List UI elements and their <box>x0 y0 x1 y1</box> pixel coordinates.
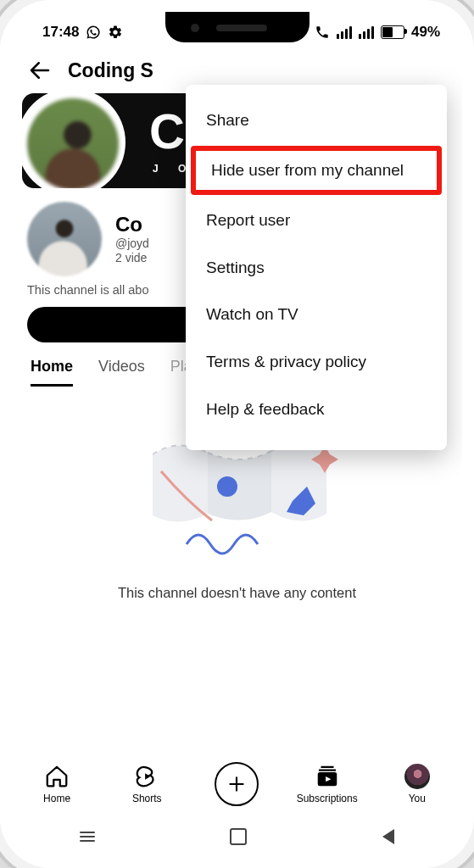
nav-shorts[interactable]: Shorts <box>110 764 183 804</box>
nav-create[interactable] <box>200 762 273 806</box>
phone-status-icon <box>315 25 330 40</box>
recents-button[interactable] <box>80 832 95 842</box>
status-clock: 17:48 <box>42 24 79 41</box>
settings-status-icon <box>108 25 123 40</box>
channel-name: Co <box>115 213 149 236</box>
battery-percent: 49% <box>411 24 440 41</box>
signal-bars-icon-2 <box>359 26 374 39</box>
screen: 17:48 49% Coding S C J O <box>12 12 462 856</box>
nav-you[interactable]: You <box>381 764 454 804</box>
menu-watch-on-tv[interactable]: Watch on TV <box>186 291 447 338</box>
nav-home[interactable]: Home <box>20 764 93 804</box>
system-nav-bar <box>12 817 462 856</box>
plus-icon <box>226 773 248 795</box>
empty-state-text: This channel doesn't have any content <box>29 585 445 601</box>
channel-video-count: 2 vide <box>115 251 149 266</box>
subscriptions-icon <box>315 764 340 789</box>
banner-big-text: C <box>149 107 188 156</box>
nav-home-label: Home <box>43 793 70 804</box>
nav-subscriptions-label: Subscriptions <box>297 793 358 804</box>
channel-avatar[interactable] <box>27 202 102 276</box>
page-title: Coding S <box>68 59 153 82</box>
bottom-nav: Home Shorts Subscriptions You <box>12 751 462 817</box>
overflow-menu: Share Hide user from my channel Report u… <box>186 85 447 450</box>
nav-shorts-label: Shorts <box>132 793 162 804</box>
nav-you-label: You <box>409 793 426 804</box>
menu-help-feedback[interactable]: Help & feedback <box>186 386 447 433</box>
menu-report-user[interactable]: Report user <box>186 197 447 244</box>
menu-hide-user[interactable]: Hide user from my channel <box>191 146 442 195</box>
nav-subscriptions[interactable]: Subscriptions <box>291 764 364 804</box>
battery-icon <box>381 25 404 39</box>
channel-handle: @joyd <box>115 236 149 252</box>
app-header: Coding S <box>12 53 462 86</box>
signal-bars-icon <box>337 26 352 39</box>
tab-home[interactable]: Home <box>31 358 73 387</box>
svg-point-0 <box>217 476 237 497</box>
banner-avatar <box>27 98 119 188</box>
menu-terms-privacy[interactable]: Terms & privacy policy <box>186 338 447 386</box>
you-avatar-icon <box>404 764 430 789</box>
home-button[interactable] <box>230 828 247 845</box>
menu-share[interactable]: Share <box>186 97 447 144</box>
tab-videos[interactable]: Videos <box>98 358 145 387</box>
back-arrow-icon[interactable] <box>27 58 53 83</box>
display-notch <box>165 12 309 42</box>
menu-settings[interactable]: Settings <box>186 244 447 292</box>
home-icon <box>44 764 70 789</box>
phone-frame: 17:48 49% Coding S C J O <box>0 0 474 868</box>
shorts-icon <box>134 764 159 789</box>
whatsapp-icon <box>86 25 101 40</box>
create-button[interactable] <box>215 762 259 806</box>
back-button[interactable] <box>382 829 394 844</box>
